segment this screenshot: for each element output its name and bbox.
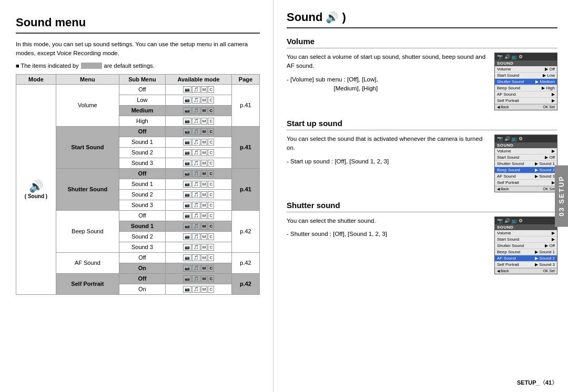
submenu-cell: On [119, 263, 165, 273]
available-mode-cell: 📷 🎵 M C [166, 221, 232, 231]
available-mode-cell: 📷 🎵 M C [166, 263, 232, 273]
available-mode-cell: 📷 🎵 M C [166, 179, 232, 189]
submenu-cell: Sound 3 [119, 158, 165, 168]
submenu-cell: Sound 1 [119, 179, 165, 189]
startup-text: You can select the sound that is activat… [287, 135, 494, 168]
shutter-desc: You can select the shutter sound. [287, 216, 489, 225]
col-submenu: Sub Menu [119, 74, 165, 84]
available-mode-cell: 📷 🎵 M C [166, 84, 232, 95]
startup-desc: You can select the sound that is activat… [287, 135, 489, 153]
volume-submenu-note: - [Volume] sub menu : [Off], [Low], [Med… [287, 75, 489, 94]
right-title-text: Sound [287, 11, 322, 24]
submenu-cell: Sound 2 [119, 231, 165, 242]
submenu-cell: Sound 3 [119, 200, 165, 210]
mode-cell: 🔊( Sound ) [16, 84, 56, 294]
submenu-cell: Off [119, 126, 165, 137]
col-menu: Menu [56, 74, 119, 84]
shutter-section: Shutter sound You can select the shutter… [287, 201, 557, 274]
available-mode-cell: 📷 🎵 M C [166, 158, 232, 168]
submenu-cell: Sound 1 [119, 137, 165, 147]
available-mode-cell: 📷 🎵 M C [166, 137, 232, 147]
left-panel: Sound menu In this mode, you can set up … [0, 0, 273, 392]
volume-section: Volume You can select a volume of start … [287, 37, 557, 110]
page-cell: p.41 [231, 126, 259, 168]
footer-bar: SETUP_〈41〉 [517, 379, 557, 387]
submenu-cell: Off [119, 210, 165, 221]
default-note-suffix: are default settings. [104, 63, 155, 69]
available-mode-cell: 📷 🎵 M C [166, 116, 232, 126]
available-mode-cell: 📷 🎵 M C [166, 210, 232, 221]
submenu-cell: On [119, 284, 165, 294]
startup-submenu-note: - Start up sound : [Off], [Sound 1, 2, 3… [287, 157, 489, 166]
available-mode-cell: 📷 🎵 M C [166, 95, 232, 105]
shutter-cam-menu: 📷 🔊 📺 ⚙ SOUND Volume▶ Start Sound▶ Shutt… [494, 216, 557, 274]
shutter-body: You can select the shutter sound. - Shut… [287, 216, 557, 274]
page-cell: p.41 [231, 84, 259, 126]
startup-section: Start up sound You can select the sound … [287, 119, 557, 192]
submenu-cell: Medium [119, 105, 165, 116]
volume-text: You can select a volume of start up soun… [287, 53, 494, 95]
available-mode-cell: 📷 🎵 M C [166, 284, 232, 294]
volume-body: You can select a volume of start up soun… [287, 53, 557, 110]
available-mode-cell: 📷 🎵 M C [166, 231, 232, 242]
shutter-text: You can select the shutter sound. - Shut… [287, 216, 494, 241]
startup-heading: Start up sound [287, 119, 557, 130]
submenu-cell: Sound 2 [119, 147, 165, 158]
intro-text: In this mode, you can set up sound setti… [16, 40, 260, 58]
volume-cam-menu: 📷 🔊 📺 ⚙ SOUND Volume▶ Off Start Sound▶ L… [494, 53, 557, 110]
table-row: 🔊( Sound )VolumeOff 📷 🎵 M C p.41 [16, 84, 260, 95]
col-page: Page [231, 74, 259, 84]
startup-body: You can select the sound that is activat… [287, 135, 557, 192]
right-title: Sound 🔊 ) [287, 11, 557, 28]
startup-cam-menu: 📷 🔊 📺 ⚙ SOUND Volume▶ Start Sound▶ Off S… [494, 135, 557, 192]
page-cell: p.42 [231, 273, 259, 294]
available-mode-cell: 📷 🎵 M C [166, 252, 232, 263]
submenu-cell: High [119, 116, 165, 126]
sound-icon: 🔊 [326, 11, 339, 24]
available-mode-cell: 📷 🎵 M C [166, 126, 232, 137]
shutter-heading: Shutter sound [287, 201, 557, 212]
submenu-cell: Off [119, 273, 165, 284]
submenu-cell: Sound 1 [119, 221, 165, 231]
available-mode-cell: 📷 🎵 M C [166, 200, 232, 210]
default-note: ■ The items indicated by are default set… [16, 63, 260, 69]
page-cell: p.42 [231, 252, 259, 273]
submenu-cell: Low [119, 95, 165, 105]
available-mode-cell: 📷 🎵 M C [166, 105, 232, 116]
available-mode-cell: 📷 🎵 M C [166, 168, 232, 179]
menu-table: Mode Menu Sub Menu Available mode Page 🔊… [16, 74, 260, 295]
menu-cell: Start Sound [56, 126, 119, 168]
available-mode-cell: 📷 🎵 M C [166, 242, 232, 252]
default-note-prefix: ■ The items indicated by [16, 63, 79, 69]
right-panel: Sound 🔊 ) Volume You can select a volume… [273, 0, 568, 392]
menu-cell: Self Portrait [56, 273, 119, 294]
left-title: Sound menu [16, 16, 260, 34]
col-available: Available mode [166, 74, 232, 84]
available-mode-cell: 📷 🎵 M C [166, 189, 232, 200]
menu-cell: AF Sound [56, 252, 119, 273]
menu-cell: Shutter Sound [56, 168, 119, 210]
menu-cell: Volume [56, 84, 119, 126]
default-box [81, 63, 102, 69]
submenu-cell: Sound 3 [119, 242, 165, 252]
submenu-cell: Sound 2 [119, 189, 165, 200]
col-mode: Mode [16, 74, 56, 84]
right-title-paren: ) [342, 11, 346, 24]
side-tab: 03 SETUP [555, 165, 568, 226]
page-cell: p.42 [231, 210, 259, 252]
menu-cell: Beep Sound [56, 210, 119, 252]
shutter-submenu-note: - Shutter sound : [Off], [Sound 1, 2, 3] [287, 230, 489, 239]
submenu-cell: Off [119, 168, 165, 179]
submenu-cell: Off [119, 84, 165, 95]
page-cell: p.41 [231, 168, 259, 210]
volume-desc: You can select a volume of start up soun… [287, 53, 489, 71]
volume-heading: Volume [287, 37, 557, 48]
submenu-cell: Off [119, 252, 165, 263]
available-mode-cell: 📷 🎵 M C [166, 273, 232, 284]
available-mode-cell: 📷 🎵 M C [166, 147, 232, 158]
